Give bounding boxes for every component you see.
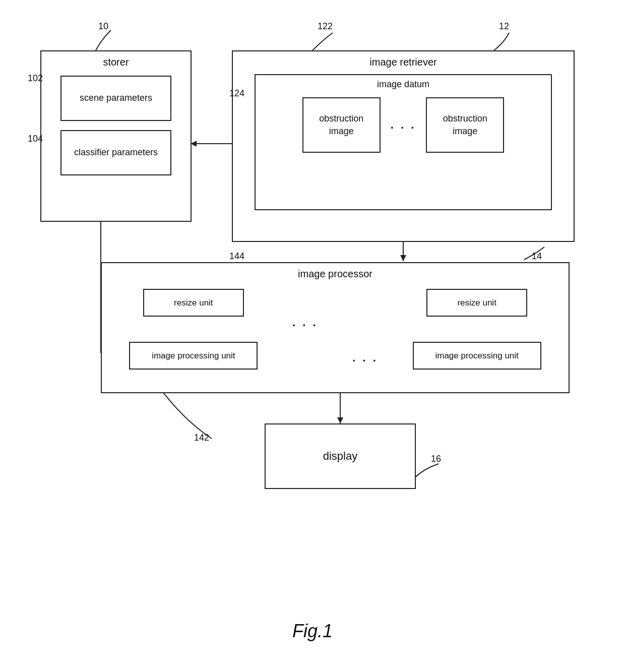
- image-retriever-box: image retriever image datum obstructioni…: [232, 50, 575, 242]
- ref-122: 122: [318, 21, 333, 32]
- storer-label: storer: [103, 56, 129, 68]
- ref-12: 12: [499, 21, 509, 32]
- image-processing-unit-box-2: image processing unit: [413, 342, 541, 370]
- obstruction-image-box-1: obstructionimage: [302, 97, 381, 153]
- image-processing-unit-label-2: image processing unit: [435, 351, 518, 361]
- ref-16: 16: [431, 454, 441, 464]
- image-datum-label: image datum: [377, 79, 429, 90]
- classifier-parameters-box: classifier parameters: [60, 130, 171, 175]
- image-processor-box: image processor resize unit image proces…: [101, 262, 570, 393]
- svg-marker-3: [400, 255, 406, 261]
- storer-box: storer scene parameters classifier param…: [40, 50, 192, 222]
- classifier-parameters-label: classifier parameters: [74, 147, 158, 158]
- ref-14: 14: [532, 251, 542, 262]
- diagram: 10 storer scene parameters classifier pa…: [0, 0, 625, 672]
- resize-unit-box-1: resize unit: [143, 289, 244, 317]
- scene-parameters-label: scene parameters: [80, 92, 152, 104]
- ellipsis-2: · · ·: [292, 319, 318, 332]
- ref-10: 10: [98, 21, 108, 32]
- image-processor-label: image processor: [298, 268, 372, 280]
- resize-unit-label-1: resize unit: [174, 298, 213, 308]
- resize-unit-box-2: resize unit: [426, 289, 527, 317]
- image-processing-unit-label-1: image processing unit: [152, 351, 235, 361]
- svg-marker-13: [337, 417, 343, 423]
- ref-124: 124: [229, 88, 244, 99]
- image-retriever-label: image retriever: [369, 56, 436, 68]
- display-label: display: [323, 450, 357, 463]
- scene-parameters-box: scene parameters: [60, 76, 171, 121]
- obstruction-image-label-1: obstructionimage: [319, 112, 363, 138]
- image-processing-unit-box-1: image processing unit: [129, 342, 258, 370]
- obstruction-image-box-2: obstructionimage: [426, 97, 504, 153]
- resize-unit-label-2: resize unit: [457, 298, 496, 308]
- ellipsis-3: · · ·: [352, 354, 378, 368]
- figure-label: Fig.1: [292, 621, 333, 642]
- ref-104: 104: [28, 134, 43, 144]
- image-datum-box: image datum obstructionimage . . . obstr…: [255, 74, 552, 210]
- obstruction-image-label-2: obstructionimage: [443, 112, 487, 138]
- ref-102: 102: [28, 73, 43, 84]
- ref-144: 144: [229, 251, 244, 262]
- ref-142: 142: [194, 433, 209, 443]
- ellipsis-1: . . .: [391, 118, 416, 132]
- display-box: display: [265, 423, 416, 489]
